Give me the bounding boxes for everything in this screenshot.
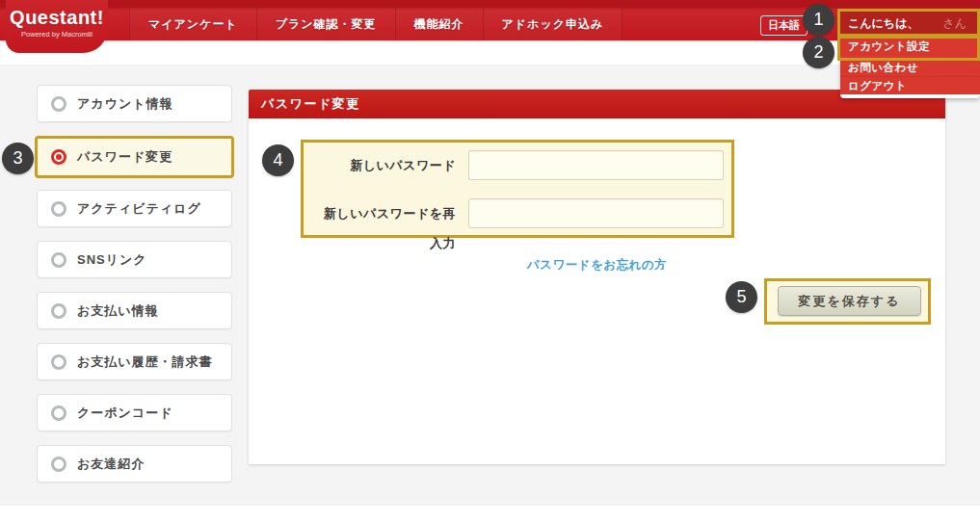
- annotation-badge-1: 1: [803, 4, 834, 36]
- sidebar-item-sns-link[interactable]: SNSリンク: [37, 241, 232, 278]
- language-button[interactable]: 日本語: [760, 15, 808, 36]
- annotation-badge-4: 4: [262, 144, 294, 176]
- annotation-badge-2: 2: [803, 37, 834, 68]
- sidebar-item-label: SNSリンク: [77, 251, 147, 269]
- confirm-password-label: 新しいパスワードを再入力: [311, 198, 456, 258]
- questant-logo[interactable]: Questant! Powered by Macromill: [6, 0, 108, 53]
- panel-title: パスワード変更: [261, 96, 360, 111]
- logo-brand-text: Questant!: [6, 0, 108, 29]
- sidebar-item-password-change[interactable]: パスワード変更: [35, 136, 234, 178]
- sidebar-item-coupon-code[interactable]: クーポンコード: [37, 394, 232, 431]
- sidebar-item-label: アカウント情報: [77, 95, 173, 113]
- menu-item-account-settings[interactable]: アカウント設定: [840, 36, 980, 58]
- nav-item-adhoc[interactable]: アドホック申込み: [483, 8, 623, 40]
- new-password-label: 新しいパスワード: [311, 150, 456, 180]
- nav-item-plan[interactable]: プラン確認・変更: [256, 8, 395, 40]
- greeting-row[interactable]: こんにちは、 さん: [840, 12, 980, 36]
- radio-icon: [51, 252, 66, 268]
- radio-icon: [51, 405, 66, 421]
- main-panel: パスワード変更 新しいパスワード 新しいパスワードを再入力 パスワードをお忘れの…: [249, 90, 945, 464]
- greeting-text: こんにちは、: [848, 12, 918, 36]
- account-menu: アカウント設定お問い合わせログアウト: [840, 36, 980, 94]
- radio-icon: [51, 201, 66, 217]
- annotation-badge-5: 5: [726, 281, 757, 313]
- sidebar-item-label: クーポンコード: [77, 405, 173, 422]
- nav-item-features[interactable]: 機能紹介: [395, 8, 483, 40]
- form-row: 新しいパスワード: [304, 150, 731, 180]
- sidebar-item-label: パスワード変更: [77, 148, 172, 166]
- radio-icon: [51, 457, 66, 472]
- greeting-name-suffix: さん: [942, 12, 967, 36]
- sidebar-item-label: アクティビティログ: [77, 200, 201, 218]
- save-button-highlight: 変更を保存する: [764, 278, 931, 325]
- forgot-password-link[interactable]: パスワードをお忘れの方: [527, 258, 667, 272]
- radio-icon: [51, 149, 66, 165]
- radio-icon: [51, 303, 66, 319]
- sidebar-item-label: お支払い履歴・請求書: [77, 353, 213, 371]
- page: マイアンケートプラン確認・変更機能紹介アドホック申込み 日本語 Questant…: [0, 0, 980, 522]
- save-button[interactable]: 変更を保存する: [778, 286, 921, 316]
- menu-item-logout[interactable]: ログアウト: [840, 76, 980, 94]
- main-nav: マイアンケートプラン確認・変更機能紹介アドホック申込み: [129, 8, 622, 40]
- sidebar-item-label: お支払い情報: [77, 302, 159, 320]
- menu-item-contact[interactable]: お問い合わせ: [840, 58, 980, 76]
- form-row: 新しいパスワードを再入力: [304, 198, 731, 228]
- logo-tagline: Powered by Macromill: [6, 30, 108, 39]
- sidebar-item-label: お友達紹介: [77, 456, 145, 473]
- forgot-password-container: パスワードをお忘れの方: [249, 255, 945, 274]
- annotation-badge-3: 3: [2, 143, 34, 174]
- sidebar-item-account-info[interactable]: アカウント情報: [37, 85, 232, 122]
- radio-icon: [51, 96, 66, 112]
- sidebar-item-payment-info[interactable]: お支払い情報: [37, 292, 232, 329]
- confirm-password-input[interactable]: [468, 198, 724, 228]
- sidebar-item-billing-history[interactable]: お支払い履歴・請求書: [37, 343, 232, 380]
- sidebar-item-activity-log[interactable]: アクティビティログ: [37, 190, 232, 227]
- password-form-highlight: 新しいパスワード 新しいパスワードを再入力: [301, 140, 734, 238]
- account-dropdown: こんにちは、 さん アカウント設定お問い合わせログアウト: [840, 12, 980, 98]
- new-password-input[interactable]: [468, 150, 724, 180]
- sidebar: アカウント情報パスワード変更アクティビティログSNSリンクお支払い情報お支払い履…: [37, 85, 232, 496]
- nav-item-my-surveys[interactable]: マイアンケート: [129, 8, 256, 40]
- radio-icon: [51, 354, 66, 370]
- sidebar-item-referral[interactable]: お友達紹介: [37, 445, 232, 483]
